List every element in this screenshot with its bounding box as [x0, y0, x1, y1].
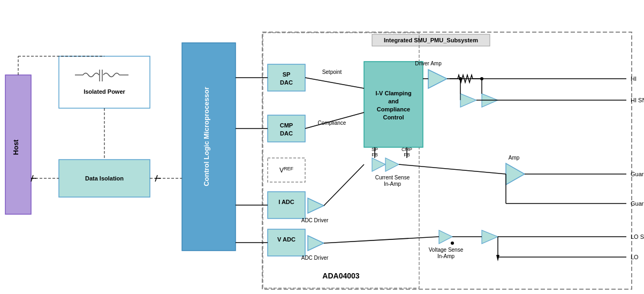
- svg-rect-4: [59, 56, 150, 108]
- svg-marker-20: [372, 158, 385, 171]
- svg-marker-18: [308, 198, 324, 213]
- amp-label: Amp: [509, 155, 520, 161]
- svg-point-64: [451, 242, 454, 245]
- diagram: Integrated SMU_PMU_Subsystem ADA04003 Ho…: [0, 0, 644, 294]
- svg-marker-19: [308, 236, 324, 251]
- voltage-sense-label: Voltage Sense: [429, 247, 464, 253]
- host-label: Host: [12, 139, 20, 155]
- svg-marker-22: [439, 230, 452, 244]
- sp-dac-label: SP: [283, 71, 291, 78]
- hi-sns-label: HI SNS: [631, 97, 644, 103]
- svg-rect-11: [268, 64, 305, 91]
- adc-driver-v-label: ADC Driver: [301, 255, 329, 261]
- setpoint-label: Setpoint: [322, 69, 342, 75]
- lo-label: LO: [631, 254, 639, 260]
- svg-marker-17: [428, 70, 447, 88]
- voltage-sense-inamp: In-Amp: [437, 253, 455, 259]
- ada-label: ADA04003: [322, 272, 359, 280]
- svg-line-55: [324, 164, 364, 206]
- svg-marker-26: [482, 230, 498, 244]
- adc-driver-i-label: ADC Driver: [301, 217, 329, 223]
- driver-amp-label: Driver Amp: [415, 61, 442, 66]
- i-adc-label: I ADC: [278, 199, 294, 205]
- svg-rect-12: [268, 115, 305, 142]
- svg-marker-21: [385, 158, 399, 171]
- svg-rect-15: [268, 229, 305, 256]
- svg-marker-23: [506, 163, 525, 185]
- iv-clamping-compliance: Compliance: [377, 106, 410, 112]
- v-adc-label: V ADC: [277, 236, 296, 243]
- svg-line-39: [305, 78, 364, 88]
- current-sense-label: Current Sense: [375, 175, 410, 180]
- iv-clamping-label: I-V Clamping: [375, 90, 411, 96]
- iv-clamping-control: Control: [383, 114, 404, 120]
- compliance-label: Compliance: [318, 120, 346, 126]
- diagram-svg: Integrated SMU_PMU_Subsystem ADA04003 Ho…: [0, 0, 644, 294]
- lo-sns-label: LO SNS: [631, 233, 644, 240]
- cmp-dac-label: CMP: [280, 122, 293, 129]
- guard-sns-label: Guard SNS: [631, 200, 644, 207]
- integrated-smu-label: Integrated SMU_PMU_Subsystem: [384, 37, 478, 43]
- isolated-power-label: Isolated Power: [84, 88, 125, 95]
- iv-clamping-and: and: [388, 98, 399, 104]
- guard-label: Guard: [631, 171, 644, 177]
- svg-marker-52: [496, 255, 499, 261]
- current-sense-inamp: In-Amp: [384, 181, 401, 187]
- control-logic-label: Control Logic Microprocessor: [202, 87, 210, 186]
- sp-dac-label2: DAC: [280, 79, 293, 86]
- hi-label: HI: [631, 76, 637, 82]
- svg-rect-14: [268, 192, 305, 218]
- svg-marker-24: [460, 94, 476, 107]
- data-isolation-label: Data Isolation: [85, 175, 124, 182]
- svg-line-57: [399, 164, 506, 174]
- svg-rect-16: [364, 62, 423, 147]
- svg-line-56: [324, 237, 439, 243]
- cmp-dac-label2: DAC: [280, 130, 293, 137]
